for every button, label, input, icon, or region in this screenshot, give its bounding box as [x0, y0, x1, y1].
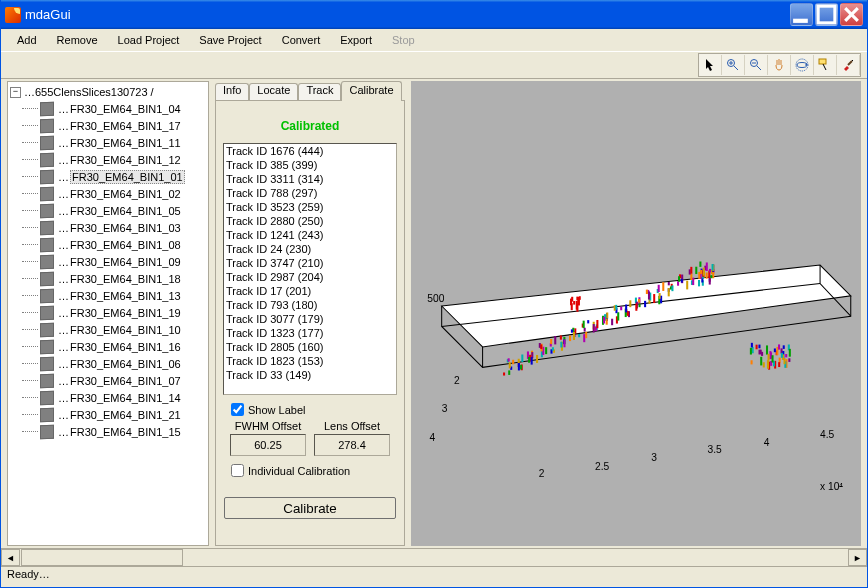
plot-axes-3d[interactable]: 500 2 3 4 2 2.5 3 3.5 4 4.5 x 10⁴	[411, 81, 861, 546]
svg-rect-170	[789, 349, 791, 357]
track-list-item[interactable]: Track ID 1676 (444)	[224, 144, 396, 158]
svg-rect-82	[629, 300, 631, 307]
svg-rect-13	[512, 360, 514, 365]
menu-add[interactable]: Add	[7, 31, 47, 49]
tree-item[interactable]: …FR30_EM64_BIN1_13	[22, 287, 206, 304]
fwhm-offset-value: 60.25	[230, 434, 306, 456]
cube-icon	[40, 271, 54, 285]
pointer-icon[interactable]	[699, 55, 722, 75]
tree-item[interactable]: …FR30_EM64_BIN1_14	[22, 389, 206, 406]
tab-info[interactable]: Info	[215, 83, 249, 101]
calibrate-button[interactable]: Calibrate	[224, 497, 396, 519]
zoom-in-icon[interactable]	[722, 55, 745, 75]
svg-rect-26	[536, 355, 538, 363]
svg-rect-16	[520, 365, 522, 370]
tree-item[interactable]: …FR30_EM64_BIN1_10	[22, 321, 206, 338]
file-tree[interactable]: − …655ClensSlices130723 / …FR30_EM64_BIN…	[7, 81, 209, 546]
scroll-left-button[interactable]: ◄	[1, 549, 20, 566]
individual-calibration-checkbox[interactable]: Individual Calibration	[225, 456, 395, 481]
tree-item[interactable]: …FR30_EM64_BIN1_11	[22, 134, 206, 151]
pan-icon[interactable]	[768, 55, 791, 75]
minimize-button[interactable]	[790, 3, 813, 26]
track-list-item[interactable]: Track ID 1823 (153)	[224, 354, 396, 368]
tree-item[interactable]: …FR30_EM64_BIN1_07	[22, 372, 206, 389]
zoom-out-icon[interactable]	[745, 55, 768, 75]
menu-save-project[interactable]: Save Project	[189, 31, 271, 49]
svg-rect-35	[552, 347, 554, 350]
titlebar[interactable]: mdaGui	[1, 0, 867, 29]
tree-item[interactable]: …FR30_EM64_BIN1_03	[22, 219, 206, 236]
scroll-thumb[interactable]	[21, 549, 183, 566]
cube-icon	[40, 237, 54, 251]
menu-load-project[interactable]: Load Project	[108, 31, 190, 49]
svg-rect-12	[508, 358, 510, 361]
track-list-item[interactable]: Track ID 17 (201)	[224, 284, 396, 298]
z-tick: 500	[427, 293, 444, 304]
track-list-item[interactable]: Track ID 1241 (243)	[224, 228, 396, 242]
tab-track[interactable]: Track	[298, 83, 341, 101]
close-button[interactable]	[840, 3, 863, 26]
svg-rect-192	[701, 278, 703, 282]
svg-rect-148	[768, 354, 770, 361]
rotate3d-icon[interactable]	[791, 55, 814, 75]
menu-remove[interactable]: Remove	[47, 31, 108, 49]
tree-item[interactable]: …FR30_EM64_BIN1_02	[22, 185, 206, 202]
track-list-item[interactable]: Track ID 793 (180)	[224, 298, 396, 312]
tab-bar: Info Locate Track Calibrate	[215, 81, 405, 101]
cube-icon	[40, 424, 54, 438]
tree-item[interactable]: …FR30_EM64_BIN1_19	[22, 304, 206, 321]
tree-root-label[interactable]: …655ClensSlices130723 /	[24, 86, 154, 98]
tree-item[interactable]: …FR30_EM64_BIN1_12	[22, 151, 206, 168]
svg-rect-187	[706, 262, 708, 271]
tree-item[interactable]: …FR30_EM64_BIN1_04	[22, 100, 206, 117]
cube-icon	[40, 186, 54, 200]
menu-export[interactable]: Export	[330, 31, 382, 49]
tree-item[interactable]: …FR30_EM64_BIN1_17	[22, 117, 206, 134]
menu-convert[interactable]: Convert	[272, 31, 331, 49]
tree-item[interactable]: …FR30_EM64_BIN1_18	[22, 270, 206, 287]
track-list-item[interactable]: Track ID 3523 (259)	[224, 200, 396, 214]
tree-item[interactable]: …FR30_EM64_BIN1_05	[22, 202, 206, 219]
brush-icon[interactable]	[837, 55, 860, 75]
svg-rect-106	[668, 288, 670, 296]
track-list-item[interactable]: Track ID 2805 (160)	[224, 340, 396, 354]
tree-item[interactable]: …FR30_EM64_BIN1_08	[22, 236, 206, 253]
svg-rect-63	[596, 320, 598, 328]
track-list-item[interactable]: Track ID 1323 (177)	[224, 326, 396, 340]
track-list-item[interactable]: Track ID 3077 (179)	[224, 312, 396, 326]
tree-item[interactable]: …FR30_EM64_BIN1_01	[22, 168, 206, 185]
track-list-item[interactable]: Track ID 788 (297)	[224, 186, 396, 200]
svg-rect-98	[659, 293, 661, 299]
tree-item[interactable]: …FR30_EM64_BIN1_16	[22, 338, 206, 355]
x-tick-2: 3	[651, 452, 657, 463]
track-list-item[interactable]: Track ID 2880 (250)	[224, 214, 396, 228]
tree-item[interactable]: …FR30_EM64_BIN1_09	[22, 253, 206, 270]
datacursor-icon[interactable]	[814, 55, 837, 75]
tree-item[interactable]: …FR30_EM64_BIN1_15	[22, 423, 206, 440]
show-label-checkbox[interactable]: Show Label	[225, 395, 395, 420]
tree-item[interactable]: …FR30_EM64_BIN1_21	[22, 406, 206, 423]
track-list-item[interactable]: Track ID 385 (399)	[224, 158, 396, 172]
svg-rect-163	[783, 345, 785, 349]
cube-icon	[40, 220, 54, 234]
tree-item[interactable]: …FR30_EM64_BIN1_06	[22, 355, 206, 372]
svg-rect-191	[699, 261, 701, 266]
tab-calibrate[interactable]: Calibrate	[341, 81, 401, 101]
svg-rect-18	[518, 359, 520, 363]
svg-rect-50	[573, 332, 575, 340]
tree-collapse-icon[interactable]: −	[10, 87, 21, 98]
svg-rect-156	[767, 360, 769, 369]
track-list-item[interactable]: Track ID 3311 (314)	[224, 172, 396, 186]
tab-locate[interactable]: Locate	[249, 83, 298, 101]
maximize-button[interactable]	[815, 3, 838, 26]
track-list-item[interactable]: Track ID 33 (149)	[224, 368, 396, 382]
track-list-item[interactable]: Track ID 3747 (210)	[224, 256, 396, 270]
svg-rect-76	[620, 307, 622, 311]
cube-icon	[40, 169, 54, 183]
track-list-item[interactable]: Track ID 2987 (204)	[224, 270, 396, 284]
track-listbox[interactable]: Track ID 1676 (444)Track ID 385 (399)Tra…	[223, 143, 397, 395]
svg-rect-10	[509, 362, 511, 368]
cube-icon	[40, 203, 54, 217]
track-list-item[interactable]: Track ID 24 (230)	[224, 242, 396, 256]
svg-rect-139	[758, 345, 760, 349]
